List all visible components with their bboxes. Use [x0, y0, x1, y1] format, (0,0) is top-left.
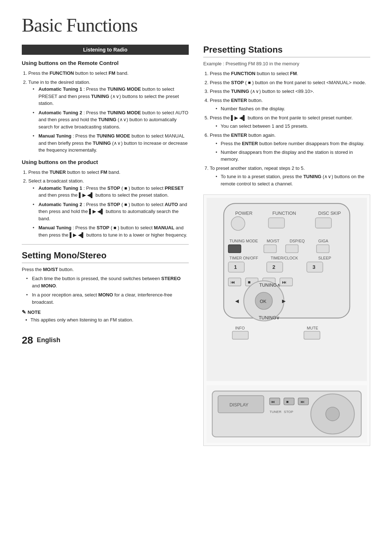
preset-step-6-sub-1: Press the ENTER button before number dis… — [216, 140, 370, 147]
remote-control-steps: Press the FUNCTION button to select FM b… — [28, 70, 189, 154]
front-panel-svg: DISPLAY ⏮ ■ ⏭ TUNER STOP — [207, 385, 367, 443]
product-steps: Press the TUNER button to select FM band… — [28, 169, 189, 239]
note-list: This applies only when listening to an F… — [25, 316, 189, 324]
svg-text:▶: ▶ — [282, 299, 286, 304]
remote-manual-tuning: Manual Tuning : Press the TUNING MODE bu… — [33, 132, 189, 154]
svg-text:3: 3 — [313, 264, 315, 270]
preset-step-7-sub: To tune in to a preset station, press th… — [216, 173, 370, 187]
svg-text:⏮: ⏮ — [271, 399, 275, 404]
preset-step-4-sub: Number flashes on the display. — [216, 105, 370, 112]
svg-point-55 — [326, 407, 339, 421]
svg-rect-42 — [304, 331, 320, 339]
preset-step-4-sub-1: Number flashes on the display. — [216, 105, 370, 112]
svg-text:GIGA: GIGA — [318, 239, 328, 243]
svg-text:TIMER ON/OFF: TIMER ON/OFF — [229, 256, 258, 260]
svg-text:FUNCTION: FUNCTION — [273, 211, 296, 216]
svg-text:◀: ◀ — [235, 299, 239, 304]
svg-rect-13 — [286, 245, 298, 253]
product-step-2: Select a broadcast station. Automatic Tu… — [28, 177, 189, 238]
svg-text:1: 1 — [234, 264, 237, 270]
svg-text:INFO: INFO — [235, 326, 245, 330]
svg-text:MUTE: MUTE — [307, 326, 318, 330]
svg-rect-48 — [284, 398, 294, 405]
svg-text:DISC SKIP: DISC SKIP — [318, 211, 341, 216]
language-label: English — [37, 336, 60, 344]
svg-text:OK: OK — [260, 299, 267, 304]
left-column: Listening to Radio Using buttons on the … — [22, 45, 189, 346]
svg-point-4 — [231, 217, 245, 230]
remote-control-heading: Using buttons on the Remote Control — [22, 60, 189, 66]
svg-rect-6 — [315, 218, 331, 228]
preset-step-5-sub: You can select between 1 and 15 presets. — [216, 123, 370, 130]
note-label: NOTE — [28, 310, 41, 315]
svg-text:⏮: ⏮ — [230, 280, 235, 285]
mono-stereo-bullet-2: In a poor reception area, select MONO fo… — [26, 291, 189, 306]
product-manual-tuning: Manual Tuning : Press the STOP ( ■ ) but… — [33, 224, 189, 238]
setting-mono-stereo-heading: Setting Mono/Stereo — [22, 250, 189, 263]
remote-step-2: Tune in to the desired station. Automati… — [28, 79, 189, 154]
svg-text:⏭: ⏭ — [301, 399, 305, 404]
preset-step-7: To preset another station, repeat steps … — [210, 165, 370, 188]
mono-stereo-intro: Press the MO/ST button. — [22, 267, 189, 272]
svg-rect-14 — [317, 245, 329, 253]
product-auto-tuning-1: Automatic Tuning 1 : Press the STOP ( ■ … — [33, 185, 189, 199]
svg-text:STOP: STOP — [284, 410, 293, 414]
svg-text:MO/ST: MO/ST — [267, 239, 279, 243]
svg-text:POWER: POWER — [235, 211, 253, 216]
presetting-intro: Example : Presetting FM 89.10 in the mem… — [203, 61, 370, 66]
svg-text:TIMER/CLOCK: TIMER/CLOCK — [271, 256, 298, 260]
remote-tune-bullets: Automatic Tuning 1 : Press the TUNING MO… — [33, 86, 189, 154]
preset-step-5-sub-1: You can select between 1 and 15 presets. — [216, 123, 370, 130]
svg-text:■: ■ — [286, 399, 289, 404]
preset-step-7-sub-1: To tune in to a preset station, press th… — [216, 173, 370, 187]
remote-illustration-container: POWER FUNCTION DISC SKIP TUNING MODE MO/… — [203, 194, 370, 446]
svg-text:■: ■ — [248, 280, 251, 285]
remote-svg: POWER FUNCTION DISC SKIP TUNING MODE MO/… — [207, 198, 367, 381]
remote-auto-tuning-2: Automatic Tuning 2 : Press the TUNING MO… — [33, 109, 189, 131]
remote-step-1: Press the FUNCTION button to select FM b… — [28, 70, 189, 77]
listening-to-radio-header: Listening to Radio — [22, 45, 189, 55]
mono-stereo-bullet-1: Each time the button is pressed, the sou… — [26, 275, 189, 289]
preset-step-4: Press the ENTER button. Number flashes o… — [210, 97, 370, 112]
svg-text:2: 2 — [273, 264, 275, 270]
product-tune-bullets: Automatic Tuning 1 : Press the STOP ( ■ … — [33, 185, 189, 239]
remote-auto-tuning-1: Automatic Tuning 1 : Press the TUNING MO… — [33, 86, 189, 107]
svg-text:DSP/EQ: DSP/EQ — [290, 239, 305, 243]
preset-step-6: Press the ENTER button again. Press the … — [210, 132, 370, 163]
svg-text:⏭: ⏭ — [282, 280, 287, 285]
preset-step-6-sub-2: Number disappears from the display and t… — [216, 149, 370, 163]
svg-rect-41 — [232, 331, 248, 339]
svg-rect-12 — [264, 245, 277, 253]
svg-text:TUNER: TUNER — [270, 410, 282, 414]
product-step-1: Press the TUNER button to select FM band… — [28, 169, 189, 176]
divider-mono-stereo — [22, 244, 189, 245]
presetting-steps: Press the FUNCTION button to select FM. … — [210, 70, 370, 187]
svg-text:TUNING∨: TUNING∨ — [259, 315, 280, 320]
page-title: Basic Functions — [22, 15, 370, 36]
note-item-1: This applies only when listening to an F… — [25, 316, 189, 324]
function-bold: FUNCTION — [50, 70, 74, 76]
preset-step-5: Press the ▌▶ ◀▌ buttons on the front pan… — [210, 114, 370, 130]
svg-rect-5 — [268, 218, 284, 228]
mono-stereo-bullets: Each time the button is pressed, the sou… — [26, 275, 189, 306]
preset-step-1: Press the FUNCTION button to select FM. — [210, 70, 370, 77]
right-column: Presetting Stations Example : Presetting… — [203, 45, 370, 446]
page-number: 28 — [22, 335, 33, 346]
note-icon: ✎ — [22, 309, 26, 315]
svg-text:SLEEP: SLEEP — [318, 256, 331, 260]
svg-text:DISPLAY: DISPLAY — [229, 403, 249, 408]
fm-bold: FM — [109, 70, 115, 76]
product-auto-tuning-2: Automatic Tuning 2 : Press the STOP ( ■ … — [33, 201, 189, 222]
svg-rect-11 — [228, 245, 241, 253]
preset-step-6-sub: Press the ENTER button before number dis… — [216, 140, 370, 163]
preset-step-3: Press the TUNING (∧∨) button to select <… — [210, 88, 370, 95]
note-title: ✎ NOTE — [22, 309, 189, 315]
svg-text:TUNING∧: TUNING∧ — [259, 283, 280, 288]
presetting-stations-heading: Presetting Stations — [203, 45, 370, 57]
svg-text:TUNING MODE: TUNING MODE — [229, 239, 258, 243]
page-number-bar: 28 English — [22, 335, 189, 346]
note-section: ✎ NOTE This applies only when listening … — [22, 309, 189, 324]
product-heading: Using buttons on the product — [22, 159, 189, 165]
preset-step-2: Press the STOP ( ■ ) button on the front… — [210, 79, 370, 86]
